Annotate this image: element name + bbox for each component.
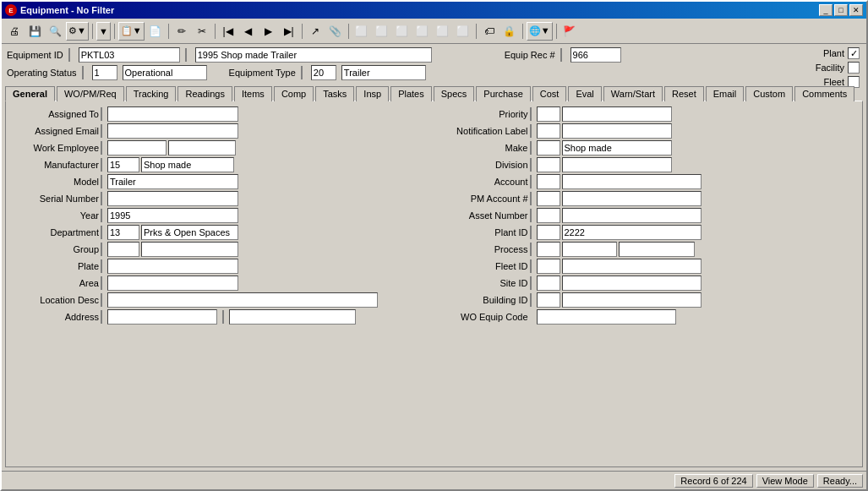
minimize-btn[interactable]: _ — [819, 4, 833, 16]
op-status-value[interactable] — [123, 65, 207, 80]
tab-eval[interactable]: Eval — [568, 86, 601, 101]
form-btn[interactable]: 📄 — [146, 22, 165, 41]
tab-general[interactable]: General — [5, 86, 55, 101]
tab-cost[interactable]: Cost — [532, 86, 567, 101]
fleet-id-code[interactable] — [537, 259, 560, 274]
tab-email[interactable]: Email — [706, 86, 745, 101]
save-btn[interactable]: 💾 — [25, 22, 44, 41]
address-input2[interactable] — [229, 309, 356, 325]
op-status-code[interactable] — [92, 65, 117, 80]
group-value[interactable] — [141, 242, 238, 257]
sep7 — [476, 24, 477, 39]
new-dropdown[interactable]: 📋▼ — [118, 22, 145, 41]
work-employee-name[interactable] — [168, 140, 236, 155]
plate-input[interactable] — [107, 259, 238, 274]
area-input[interactable] — [107, 276, 238, 291]
equip-type-code[interactable] — [311, 65, 336, 80]
manufacturer-value[interactable] — [141, 157, 234, 172]
notification-value[interactable] — [562, 123, 672, 139]
tab-wo[interactable]: WO/PM/Req — [57, 86, 124, 101]
equip-type-value[interactable] — [341, 65, 426, 80]
model-input[interactable] — [107, 174, 238, 189]
tab-specs[interactable]: Specs — [434, 86, 475, 101]
assigned-email-input[interactable] — [107, 123, 238, 139]
facility-checkbox[interactable] — [848, 62, 860, 74]
department-value[interactable] — [141, 225, 238, 240]
block1-btn[interactable]: ⬜ — [352, 22, 371, 41]
web-dropdown[interactable]: 🌐▼ — [527, 22, 553, 41]
year-input[interactable] — [107, 208, 238, 223]
pm-account-value[interactable] — [562, 191, 701, 206]
pm-account-code[interactable] — [537, 191, 560, 206]
manufacturer-code[interactable] — [107, 157, 139, 172]
make-value[interactable] — [562, 140, 672, 155]
notification-code[interactable] — [537, 123, 560, 139]
process-value2[interactable] — [619, 242, 695, 257]
tab-tracking[interactable]: Tracking — [126, 86, 177, 101]
wo-equip-input[interactable] — [537, 309, 676, 325]
flag-btn[interactable]: 🚩 — [560, 22, 579, 41]
work-employee-code[interactable] — [107, 140, 167, 155]
print-btn[interactable]: 🖨 — [5, 22, 24, 41]
settings-dropdown[interactable]: ⚙▼ — [66, 22, 89, 41]
equip-id-input[interactable] — [79, 47, 180, 63]
plant-id-value[interactable] — [562, 225, 701, 240]
group-code[interactable] — [107, 242, 139, 257]
tab-items[interactable]: Items — [234, 86, 272, 101]
lock-btn[interactable]: 🔒 — [500, 22, 519, 41]
building-id-value[interactable] — [562, 292, 701, 308]
division-code[interactable] — [537, 157, 560, 172]
assigned-to-input[interactable] — [107, 106, 238, 122]
tab-reset[interactable]: Reset — [664, 86, 704, 101]
building-id-code[interactable] — [537, 292, 560, 308]
description-input[interactable] — [195, 47, 432, 63]
jump-btn[interactable]: ↗ — [306, 22, 325, 41]
maximize-btn[interactable]: □ — [834, 4, 848, 16]
edit-btn[interactable]: ✏ — [172, 22, 191, 41]
priority-value[interactable] — [562, 106, 672, 122]
address-input1[interactable] — [107, 309, 217, 325]
tab-warn[interactable]: Warn/Start — [603, 86, 663, 101]
plant-id-code[interactable] — [537, 225, 560, 240]
make-code[interactable] — [537, 140, 560, 155]
close-btn[interactable]: ✕ — [849, 4, 863, 16]
division-value[interactable] — [562, 157, 672, 172]
priority-code[interactable] — [537, 106, 560, 122]
next-btn[interactable]: ▶ — [259, 22, 278, 41]
tab-comments[interactable]: Comments — [794, 86, 854, 101]
site-id-value[interactable] — [562, 276, 701, 291]
location-input[interactable] — [107, 292, 378, 308]
fleet-id-value[interactable] — [562, 259, 701, 274]
tab-tasks[interactable]: Tasks — [315, 86, 354, 101]
filter-dropdown[interactable]: ▼ — [96, 22, 111, 41]
tag-btn[interactable]: 🏷 — [480, 22, 499, 41]
account-code[interactable] — [537, 174, 560, 189]
block4-btn[interactable]: ⬜ — [413, 22, 432, 41]
scissors-btn[interactable]: ✂ — [193, 22, 211, 41]
block6-btn[interactable]: ⬜ — [454, 22, 472, 41]
block2-btn[interactable]: ⬜ — [373, 22, 391, 41]
attach-btn[interactable]: 📎 — [326, 22, 345, 41]
serial-number-input[interactable] — [107, 191, 238, 206]
site-id-code[interactable] — [537, 276, 560, 291]
account-value[interactable] — [562, 174, 701, 189]
tab-custom[interactable]: Custom — [745, 86, 793, 101]
asset-number-value[interactable] — [562, 208, 701, 223]
tab-readings[interactable]: Readings — [177, 86, 232, 101]
plant-checkbox[interactable]: ✓ — [848, 47, 860, 59]
tab-purchase[interactable]: Purchase — [476, 86, 530, 101]
process-value1[interactable] — [562, 242, 617, 257]
search-btn[interactable]: 🔍 — [46, 22, 64, 41]
block3-btn[interactable]: ⬜ — [393, 22, 412, 41]
process-code[interactable] — [537, 242, 560, 257]
asset-number-code[interactable] — [537, 208, 560, 223]
equip-rec-input[interactable] — [570, 47, 621, 63]
prev-btn[interactable]: ◀ — [239, 22, 258, 41]
tab-insp[interactable]: Insp — [356, 86, 389, 101]
tab-comp[interactable]: Comp — [274, 86, 314, 101]
first-btn[interactable]: |◀ — [219, 22, 237, 41]
block5-btn[interactable]: ⬜ — [434, 22, 452, 41]
department-code[interactable] — [107, 225, 139, 240]
last-btn[interactable]: ▶| — [280, 22, 298, 41]
tab-plates[interactable]: Plates — [390, 86, 432, 101]
